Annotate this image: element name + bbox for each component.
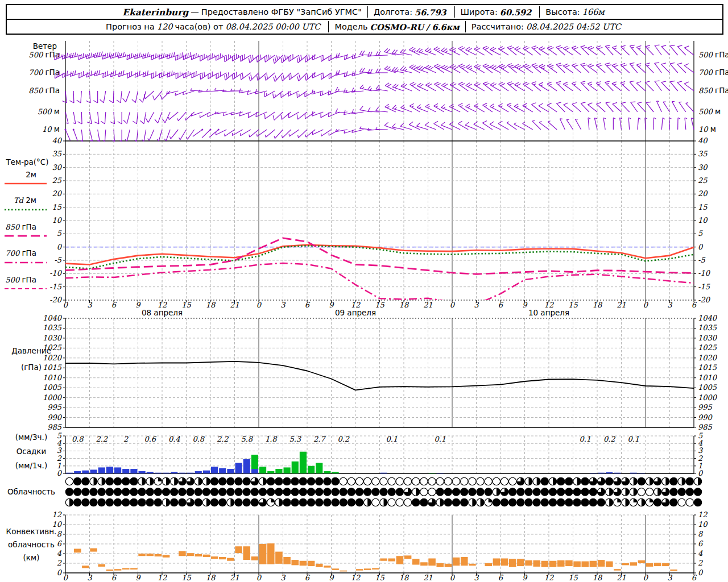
temperature-legend: Тем-ра(°C)2мTd 2м850 гПа700 гПа500 гПа [5, 157, 49, 289]
latitude-label: Широта: [461, 7, 498, 16]
svg-text:Осадки: Осадки [16, 447, 47, 456]
longitude-value: 56.793 [415, 7, 446, 17]
svg-text:21: 21 [423, 301, 433, 309]
svg-text:6: 6 [692, 301, 697, 309]
wind-panel: Ветер500 гПа500 гПа700 гПа700 гПа850 гПа… [28, 41, 728, 142]
header-row-1: Ekaterinburg — Предоставлено ФГБУ "ЗапСи… [7, 5, 722, 20]
svg-text:1010: 1010 [698, 373, 718, 382]
svg-text:6: 6 [111, 301, 117, 309]
svg-text:5: 5 [57, 431, 62, 440]
svg-text:995: 995 [698, 403, 713, 411]
forecast-start-time: 08.04.2025 00:00 UTC [225, 22, 320, 31]
svg-text:18: 18 [593, 301, 603, 309]
svg-text:0.4: 0.4 [168, 435, 180, 443]
cloudiness-panel: Облачность [7, 477, 702, 506]
svg-text:15: 15 [181, 573, 191, 582]
precipitation-panel: (мм/3ч.)Осадки(мм/1ч.)0.82.220.60.40.82.… [15, 433, 645, 473]
svg-text:0: 0 [450, 301, 456, 309]
station-name: Ekaterinburg [122, 7, 188, 18]
longitude-label: Долгота: [374, 7, 412, 16]
svg-text:3: 3 [667, 301, 673, 309]
svg-text:12: 12 [698, 510, 708, 519]
svg-text:09 апреля: 09 апреля [335, 308, 376, 317]
svg-text:850 гПа: 850 гПа [5, 222, 36, 231]
svg-text:Ветер: Ветер [33, 41, 57, 51]
svg-text:1015: 1015 [698, 363, 717, 372]
svg-text:12: 12 [158, 573, 167, 582]
svg-text:0: 0 [643, 573, 649, 582]
svg-text:3: 3 [87, 301, 93, 309]
svg-text:850 гПа: 850 гПа [698, 86, 728, 95]
svg-text:5.8: 5.8 [241, 435, 253, 443]
svg-text:21: 21 [423, 573, 433, 582]
svg-text:0.1: 0.1 [627, 435, 639, 443]
svg-text:500 гПа: 500 гПа [5, 275, 36, 284]
svg-text:1025: 1025 [698, 343, 717, 352]
latitude-value: 60.592 [500, 7, 532, 17]
svg-text:18: 18 [593, 573, 603, 582]
axis-ticks: -20-20-15-15-10-10-5-5005510101515202025… [43, 136, 718, 577]
header-separator [465, 21, 466, 32]
svg-text:-15: -15 [49, 282, 62, 291]
svg-text:6: 6 [57, 539, 63, 548]
header-dash: — [191, 7, 199, 16]
calc-time: 08.04.2025 04:52 UTC [526, 22, 621, 31]
svg-text:15: 15 [568, 301, 578, 309]
svg-text:8: 8 [698, 530, 704, 538]
model-label: Модель [334, 22, 367, 31]
svg-text:6: 6 [498, 301, 504, 309]
svg-text:1.8: 1.8 [265, 435, 278, 443]
svg-text:0: 0 [698, 469, 704, 477]
svg-text:3: 3 [57, 446, 63, 455]
svg-text:0: 0 [450, 573, 456, 582]
svg-text:2.2: 2.2 [217, 435, 229, 443]
header-separator [539, 6, 540, 18]
svg-text:25: 25 [698, 176, 708, 185]
svg-text:1000: 1000 [43, 393, 63, 402]
svg-text:1000: 1000 [698, 393, 718, 402]
svg-text:0: 0 [257, 573, 262, 582]
svg-text:9: 9 [522, 573, 528, 582]
svg-text:0.6: 0.6 [144, 435, 156, 443]
svg-text:500 гПа: 500 гПа [698, 50, 728, 59]
svg-text:18: 18 [206, 301, 216, 309]
svg-text:9: 9 [135, 573, 141, 582]
svg-text:10 апреля: 10 апреля [528, 308, 569, 317]
model-name: COSMO-RU [370, 22, 424, 32]
svg-text:5.3: 5.3 [289, 435, 301, 443]
svg-text:12: 12 [52, 510, 61, 519]
svg-text:20: 20 [698, 189, 708, 198]
svg-text:3: 3 [667, 573, 673, 582]
svg-text:0: 0 [257, 301, 262, 309]
forecast-label-2: часа(ов) от [175, 22, 223, 31]
svg-text:20: 20 [52, 189, 62, 198]
svg-text:(км): (км) [23, 553, 40, 562]
svg-text:0.1: 0.1 [434, 435, 446, 443]
svg-text:6: 6 [305, 573, 311, 582]
svg-text:10: 10 [698, 520, 708, 529]
svg-text:4: 4 [698, 439, 703, 447]
svg-text:30: 30 [698, 163, 708, 172]
svg-text:-10: -10 [49, 269, 63, 277]
svg-text:1: 1 [698, 462, 702, 470]
svg-text:21: 21 [617, 301, 626, 309]
svg-text:0: 0 [57, 243, 63, 251]
svg-text:3: 3 [280, 573, 286, 582]
svg-text:-5: -5 [54, 256, 61, 264]
svg-text:1015: 1015 [43, 363, 62, 372]
header-separator [367, 6, 368, 18]
wind-row-850гПа: 850 гПа850 гПа [28, 81, 728, 103]
svg-text:35: 35 [52, 149, 61, 158]
svg-text:1030: 1030 [43, 334, 63, 342]
header-separator [454, 6, 455, 18]
svg-text:0.2: 0.2 [603, 435, 615, 443]
svg-text:40: 40 [52, 136, 62, 145]
svg-text:1040: 1040 [43, 314, 63, 322]
svg-text:18: 18 [399, 573, 410, 582]
svg-text:2: 2 [57, 559, 62, 567]
svg-text:3: 3 [474, 301, 479, 309]
svg-text:0: 0 [57, 469, 63, 477]
altitude-value: 166м [582, 7, 605, 16]
svg-text:6: 6 [698, 539, 704, 548]
svg-text:1035: 1035 [698, 323, 717, 332]
